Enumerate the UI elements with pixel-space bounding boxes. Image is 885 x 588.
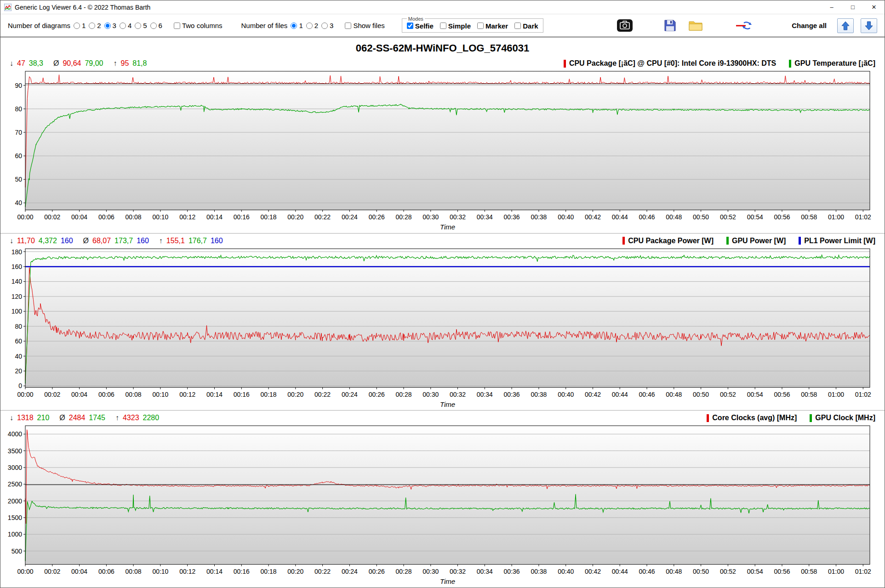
diagrams-option-2[interactable]: 2: [89, 22, 101, 29]
temperature-chart-block: ↓ 47 38,3 Ø 90,64 79,00 ↑ 95 81,8 CPU Pa…: [0, 56, 885, 233]
files-radio-1[interactable]: [291, 23, 297, 29]
svg-text:00:48: 00:48: [666, 390, 682, 398]
change-all-up-button[interactable]: [837, 18, 854, 33]
diagrams-option-4[interactable]: 4: [120, 22, 131, 29]
svg-text:00:00: 00:00: [17, 568, 33, 575]
diagrams-radio-4[interactable]: [120, 23, 126, 29]
svg-text:00:18: 00:18: [261, 390, 277, 398]
page-title: 062-SS-62M-HWiNFO_LOG_5746031: [0, 37, 885, 56]
change-all-down-button[interactable]: [861, 18, 877, 33]
svg-text:40: 40: [15, 199, 22, 206]
stat-value: 47: [17, 59, 25, 68]
mode-selfie-checkbox[interactable]: [407, 23, 413, 29]
svg-text:00:52: 00:52: [720, 568, 736, 575]
svg-text:00:50: 00:50: [693, 390, 709, 398]
diagrams-option-5[interactable]: 5: [135, 22, 147, 29]
diagrams-option-6[interactable]: 6: [150, 22, 162, 29]
line-sync-button[interactable]: [734, 18, 753, 33]
svg-text:00:34: 00:34: [477, 568, 493, 575]
min-glyph: ↓: [10, 414, 13, 422]
maximize-button[interactable]: □: [842, 0, 863, 14]
svg-text:01:02: 01:02: [855, 568, 871, 575]
svg-text:00:06: 00:06: [98, 213, 114, 221]
power-chart-block: ↓ 11,70 4,372 160 Ø 68,07 173,7 160 ↑ 15…: [0, 233, 885, 411]
open-folder-button[interactable]: [688, 19, 703, 32]
diagrams-radio-3[interactable]: [104, 23, 111, 29]
stat-value: 95: [120, 59, 129, 68]
mode-simple[interactable]: Simple: [440, 22, 471, 30]
diagrams-option-3[interactable]: 3: [104, 22, 116, 29]
svg-text:2500: 2500: [8, 481, 22, 488]
stat-value: 160: [137, 237, 149, 245]
max-glyph: ↑: [113, 59, 117, 68]
svg-text:00:22: 00:22: [314, 390, 331, 398]
svg-text:00:58: 00:58: [801, 568, 817, 575]
svg-text:0: 0: [18, 382, 22, 389]
files-option-1[interactable]: 1: [291, 22, 303, 29]
svg-text:00:48: 00:48: [666, 568, 682, 575]
diagrams-option-1[interactable]: 1: [74, 22, 86, 29]
series-swatch: [789, 60, 791, 68]
mode-dark[interactable]: Dark: [514, 22, 538, 30]
mode-marker-checkbox[interactable]: [477, 23, 484, 29]
svg-text:00:52: 00:52: [720, 213, 736, 221]
files-option-2[interactable]: 2: [306, 22, 318, 29]
svg-text:00:42: 00:42: [585, 390, 601, 398]
close-button[interactable]: ✕: [863, 0, 885, 14]
svg-text:00:38: 00:38: [531, 390, 547, 398]
svg-text:00:50: 00:50: [693, 213, 709, 221]
svg-text:00:30: 00:30: [423, 390, 439, 398]
stat-value: 160: [211, 237, 223, 245]
series-swatch: [799, 237, 801, 245]
files-option-3[interactable]: 3: [321, 22, 333, 29]
svg-text:00:08: 00:08: [126, 213, 142, 221]
diagrams-radio-2[interactable]: [89, 23, 95, 29]
svg-text:00:20: 00:20: [287, 213, 303, 221]
files-radio-2[interactable]: [306, 23, 313, 29]
mode-simple-checkbox[interactable]: [440, 23, 446, 29]
two-columns-checkbox[interactable]: [174, 23, 180, 29]
svg-text:00:14: 00:14: [206, 213, 223, 221]
svg-text:100: 100: [11, 308, 23, 315]
series-swatch: [810, 414, 812, 422]
show-files-option[interactable]: Show files: [345, 22, 384, 29]
svg-text:00:36: 00:36: [504, 568, 520, 575]
svg-text:00:24: 00:24: [342, 568, 358, 575]
legend-label: CPU Package [¡ãC] @ CPU [#0]: Intel Core…: [569, 59, 776, 68]
save-button[interactable]: [663, 18, 677, 33]
diagrams-radio-5[interactable]: [135, 23, 141, 29]
files-radio-3[interactable]: [321, 23, 328, 29]
mode-dark-checkbox[interactable]: [514, 23, 521, 29]
svg-text:00:28: 00:28: [395, 568, 411, 575]
mode-marker[interactable]: Marker: [477, 22, 508, 30]
svg-text:00:44: 00:44: [612, 390, 628, 398]
svg-text:00:12: 00:12: [179, 568, 195, 575]
svg-text:00:52: 00:52: [720, 390, 736, 398]
svg-text:00:28: 00:28: [395, 213, 411, 221]
power-legend: CPU Package Power [W] GPU Power [W] PL1 …: [622, 237, 875, 245]
diagrams-radio-1[interactable]: [74, 23, 80, 29]
stat-value: 38,3: [29, 59, 43, 68]
app-window: Generic Log Viewer 6.4 - © 2022 Thomas B…: [0, 0, 885, 588]
svg-text:Time: Time: [440, 577, 455, 585]
two-columns-option[interactable]: Two columns: [174, 22, 223, 29]
svg-text:00:06: 00:06: [98, 390, 114, 398]
mode-selfie[interactable]: Selfie: [407, 22, 434, 30]
temperature-legend: CPU Package [¡ãC] @ CPU [#0]: Intel Core…: [564, 59, 875, 68]
svg-text:50: 50: [15, 176, 22, 183]
svg-text:00:46: 00:46: [639, 213, 655, 221]
minimize-button[interactable]: –: [821, 0, 842, 14]
svg-text:00:40: 00:40: [558, 390, 574, 398]
screenshot-button[interactable]: [616, 18, 634, 33]
stat-value: 210: [37, 414, 50, 422]
folder-icon: [689, 20, 702, 31]
svg-text:00:18: 00:18: [261, 568, 277, 575]
svg-text:00:44: 00:44: [612, 568, 628, 575]
diagrams-radio-6[interactable]: [150, 23, 157, 29]
show-files-checkbox[interactable]: [345, 23, 351, 29]
svg-text:4000: 4000: [8, 431, 22, 438]
svg-text:00:36: 00:36: [504, 390, 520, 398]
svg-text:00:04: 00:04: [71, 568, 87, 575]
svg-text:00:30: 00:30: [423, 568, 439, 575]
clocks-chart-block: ↓ 1318 210 Ø 2484 1745 ↑ 4323 2280 Core …: [0, 410, 885, 588]
